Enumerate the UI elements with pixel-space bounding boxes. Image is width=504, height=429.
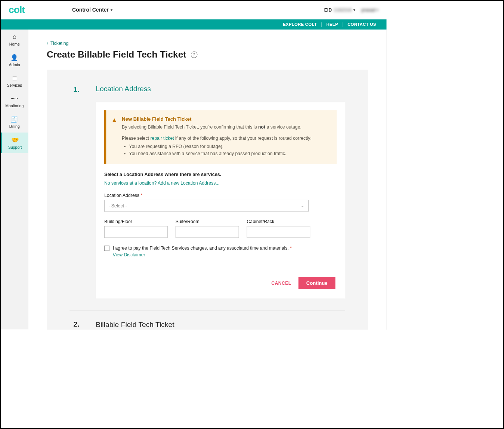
agree-charges-label: I agree to pay the Field Tech Services c… xyxy=(113,245,292,250)
home-icon: ⌂ xyxy=(13,33,16,40)
chevron-left-icon: ‹ xyxy=(47,40,49,46)
building-floor-label: Building/Floor xyxy=(104,219,168,224)
chevron-down-icon: ⌄ xyxy=(301,203,304,208)
user-name: prasad xyxy=(361,7,375,13)
step-1-header: 1. Location Address xyxy=(70,85,346,94)
breadcrumb[interactable]: ‹ Ticketing xyxy=(47,40,368,46)
cabinet-rack-label: Cabinet/Rack xyxy=(247,219,310,224)
repair-ticket-link[interactable]: repair ticket xyxy=(151,135,174,141)
admin-icon: 👤 xyxy=(10,54,18,61)
top-bar: colt Control Center ▾ EID 1162316 ▾ pras… xyxy=(1,1,387,19)
sidebar-item-services[interactable]: ≣ Services xyxy=(1,71,28,91)
eid-switcher[interactable]: EID 1162316 ▾ xyxy=(324,7,356,13)
alert-text-bold: not xyxy=(258,124,265,130)
alert-bullet: You need assistance with a service that … xyxy=(129,150,312,157)
monitoring-icon: 〰 xyxy=(11,95,18,102)
alert-title: New Billable Field Tech Ticket xyxy=(122,116,312,122)
chevron-down-icon: ▾ xyxy=(377,8,378,12)
view-disclaimer-link[interactable]: View Disclaimer xyxy=(113,252,292,257)
step-1-panel: ▲ New Billable Field Tech Ticket By sele… xyxy=(96,102,346,299)
sidebar-item-support[interactable]: 🤝 Support xyxy=(1,133,28,153)
cancel-button[interactable]: CANCEL xyxy=(272,280,291,286)
cabinet-rack-input[interactable] xyxy=(247,226,310,238)
explore-link[interactable]: EXPLORE COLT xyxy=(278,22,321,27)
billing-icon: 🧾 xyxy=(10,115,18,123)
user-menu[interactable]: prasad ▾ xyxy=(361,7,378,13)
chevron-down-icon: ▾ xyxy=(111,8,112,12)
page-title: Create Billable Field Tech Ticket xyxy=(47,49,186,60)
sidebar-item-label: Home xyxy=(9,42,20,46)
main-content: ‹ Ticketing Create Billable Field Tech T… xyxy=(28,30,386,329)
breadcrumb-label: Ticketing xyxy=(50,41,69,46)
contact-link[interactable]: CONTACT US xyxy=(343,22,381,27)
utility-bar: EXPLORE COLT HELP CONTACT US xyxy=(1,19,387,30)
sidebar-item-home[interactable]: ⌂ Home xyxy=(1,30,28,50)
step-number: 2. xyxy=(70,320,80,329)
step-2-header: 2. Billable Field Tech TicketType xyxy=(70,320,346,329)
add-location-link[interactable]: No services at a location? Add a new Loc… xyxy=(104,180,337,185)
app-switcher-label: Control Center xyxy=(72,7,109,13)
eid-value: 1162316 xyxy=(334,7,352,13)
continue-button[interactable]: Continue xyxy=(299,277,336,289)
support-icon: 🤝 xyxy=(11,136,19,143)
suite-room-input[interactable] xyxy=(176,226,239,238)
step-title: Billable Field Tech TicketType xyxy=(96,320,174,329)
app-switcher[interactable]: Control Center ▾ xyxy=(72,7,113,13)
select-placeholder: - Select - xyxy=(109,203,127,208)
required-indicator: * xyxy=(141,192,143,198)
step-title: Location Address xyxy=(96,85,151,94)
form-wizard: 1. Location Address ▲ New Billable Field… xyxy=(47,70,368,330)
sidebar-item-label: Monitoring xyxy=(5,104,24,108)
alert-text: if any of the following apply, so that y… xyxy=(174,135,312,141)
logo: colt xyxy=(9,4,25,16)
instruction-text: Select a Location Address where there ar… xyxy=(104,172,337,177)
help-icon[interactable]: ? xyxy=(191,52,198,58)
sidebar-item-label: Services xyxy=(7,83,22,88)
sidebar: ⌂ Home 👤 Admin ≣ Services 〰 Monitoring 🧾… xyxy=(1,30,28,329)
alert-bullet: You are requesting a RFO (reason for out… xyxy=(129,143,312,150)
suite-room-label: Suite/Room xyxy=(176,219,239,224)
step-number: 1. xyxy=(70,85,80,94)
divider xyxy=(70,310,346,311)
agree-charges-checkbox[interactable] xyxy=(104,246,109,251)
services-icon: ≣ xyxy=(12,74,17,82)
location-address-label: Location Address * xyxy=(104,192,337,198)
sidebar-item-admin[interactable]: 👤 Admin xyxy=(1,50,28,71)
warning-alert: ▲ New Billable Field Tech Ticket By sele… xyxy=(104,110,337,164)
required-indicator: * xyxy=(290,245,292,250)
warning-icon: ▲ xyxy=(112,116,118,157)
sidebar-item-label: Billing xyxy=(9,124,20,129)
sidebar-item-monitoring[interactable]: 〰 Monitoring xyxy=(1,91,28,112)
sidebar-item-label: Admin xyxy=(9,62,20,67)
alert-body: By selecting Billable Field Tech Ticket,… xyxy=(122,124,312,157)
chevron-down-icon: ▾ xyxy=(353,8,355,12)
eid-label: EID xyxy=(324,7,332,13)
sidebar-item-label: Support xyxy=(8,145,22,149)
alert-text: Please select xyxy=(122,135,150,141)
alert-text: By selecting Billable Field Tech Ticket,… xyxy=(122,124,258,130)
alert-text: a service outage. xyxy=(266,124,302,130)
help-link[interactable]: HELP xyxy=(322,22,343,27)
location-address-select[interactable]: - Select - ⌄ xyxy=(104,200,309,212)
sidebar-item-billing[interactable]: 🧾 Billing xyxy=(1,112,28,133)
building-floor-input[interactable] xyxy=(104,226,168,238)
